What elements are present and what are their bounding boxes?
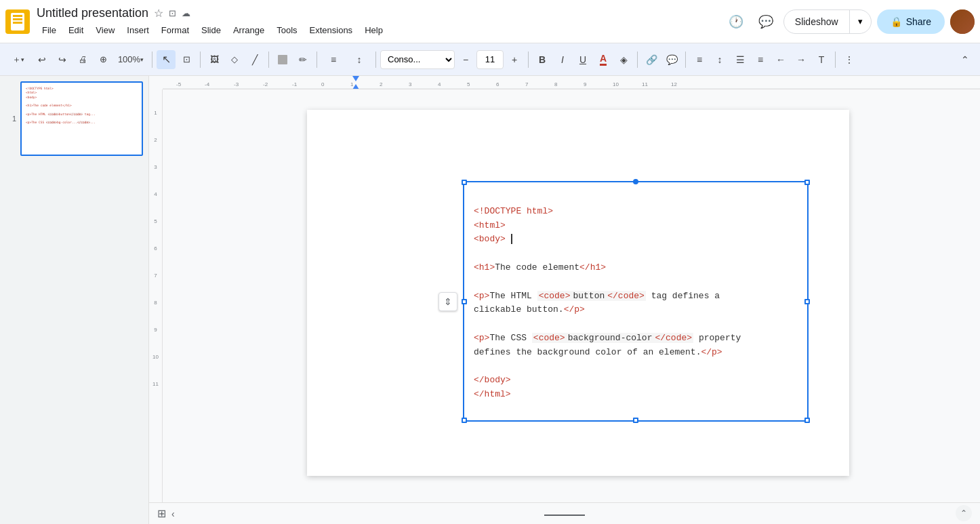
canvas-area: -5 -4 -3 -2 -1 0 1 2 3 4 5 6 7 8 9 10 11 (149, 76, 980, 524)
horizontal-ruler: -5 -4 -3 -2 -1 0 1 2 3 4 5 6 7 8 9 10 11 (163, 76, 980, 89)
line-p2-code-close: </code> (653, 333, 693, 343)
menu-format[interactable]: Format (156, 23, 195, 37)
line-spacing-button[interactable]: ↕ (347, 50, 371, 69)
menu-view[interactable]: View (90, 23, 120, 37)
numbered-list-button[interactable]: ≡ (751, 50, 770, 69)
select-cursor-button[interactable]: ↖ (157, 50, 176, 69)
insert-shape-button[interactable]: ◇ (225, 50, 244, 69)
line-p2-code-open: <code> (532, 333, 567, 343)
font-size-decrease-button[interactable]: − (456, 50, 475, 69)
expand-button[interactable]: ⌃ (956, 505, 972, 521)
separator-7 (637, 52, 638, 68)
decrease-indent-button[interactable]: ← (771, 50, 790, 69)
menu-insert[interactable]: Insert (121, 23, 155, 37)
line-h1-close: </h1> (579, 262, 606, 273)
redo-button[interactable]: ↪ (53, 50, 72, 69)
menu-file[interactable]: File (37, 23, 62, 37)
slide-canvas[interactable]: ⇕ <!DOCTYPE html> <html> <body> <h1>The … (307, 110, 849, 476)
menu-extensions[interactable]: Extensions (304, 23, 359, 37)
handle-bottom-left[interactable] (462, 418, 467, 423)
handle-top-left[interactable] (462, 180, 467, 185)
bullet-list-button[interactable]: ☰ (731, 50, 750, 69)
handle-middle-right[interactable] (804, 299, 810, 304)
text-box-content[interactable]: <!DOCTYPE html> <html> <body> <h1>The co… (464, 182, 807, 424)
handle-top-right[interactable] (804, 180, 810, 185)
toolbar: ＋▾ ↩ ↪ 🖨 ⊕ 100%▾ ↖ ⊡ 🖼 ◇ ╱ ✏ ≡ ↕ Conso..… (0, 43, 980, 76)
insert-image-button[interactable]: 🖼 (205, 50, 224, 69)
bold-button[interactable]: B (533, 50, 552, 69)
plus-icon: ＋ (12, 54, 21, 66)
separator-3 (268, 52, 269, 68)
separator-8 (685, 52, 686, 68)
avatar[interactable] (950, 9, 975, 34)
slide-progress-bar (544, 515, 585, 516)
thumb-content-1: <!DOCTYPE html> <html> <body> <h1>The co… (26, 87, 138, 125)
italic-button[interactable]: I (553, 50, 572, 69)
font-size-input[interactable]: 11 (476, 50, 504, 69)
clear-formatting-button[interactable]: T (812, 50, 831, 69)
collapse-toolbar-button[interactable]: ⌃ (956, 50, 975, 69)
underline-button[interactable]: U (573, 50, 592, 69)
grid-view-icon[interactable]: ⊞ (157, 507, 166, 520)
comment-button[interactable]: 💬 (662, 50, 681, 69)
menu-edit[interactable]: Edit (63, 23, 89, 37)
share-button[interactable]: 🔒 Share (877, 9, 945, 34)
more-options-button[interactable]: ⋮ (840, 50, 859, 69)
print-button[interactable]: 🖨 (73, 50, 92, 69)
undo-button[interactable]: ↩ (33, 50, 52, 69)
line-p1-text2: tag defines a (646, 291, 720, 301)
menu-slide[interactable]: Slide (196, 23, 226, 37)
title-bar: Untitled presentation ☆ ⊡ ☁ File Edit Vi… (0, 0, 980, 43)
line-html-open: <html> (474, 220, 506, 230)
separator-2 (200, 52, 201, 68)
line-h1-open: <h1> (474, 262, 495, 273)
text-align-left-button[interactable]: ≡ (690, 50, 709, 69)
canvas-wrapper[interactable]: ⇕ <!DOCTYPE html> <html> <body> <h1>The … (163, 89, 980, 502)
bottom-bar: ⊞ ‹ ⌃ (149, 502, 980, 524)
menu-tools[interactable]: Tools (271, 23, 302, 37)
insert-line-button[interactable]: ╱ (245, 50, 264, 69)
paint-format-button[interactable]: ⊕ (94, 50, 113, 69)
handle-top-center[interactable] (633, 179, 638, 184)
cloud-icon[interactable]: ☁ (182, 8, 190, 18)
para-spacing-button[interactable]: ↕ (710, 50, 729, 69)
handle-middle-left[interactable] (462, 299, 467, 304)
resize-icon[interactable]: ⇕ (438, 292, 457, 311)
font-family-select[interactable]: Conso... Arial Verdana (380, 50, 455, 69)
handle-bottom-center[interactable] (633, 418, 638, 423)
separator-9 (835, 52, 836, 68)
slideshow-main-button[interactable]: Slideshow (784, 10, 849, 33)
document-title[interactable]: Untitled presentation (37, 6, 148, 20)
text-color-button[interactable]: A (594, 50, 613, 69)
chevron-down-icon: ▾ (858, 16, 863, 26)
comments-button[interactable]: 💬 (754, 9, 778, 34)
fill-color-button[interactable] (273, 50, 292, 69)
increase-indent-button[interactable]: → (792, 50, 811, 69)
history-button[interactable]: 🕐 (724, 9, 748, 34)
add-button[interactable]: ＋▾ (5, 50, 31, 69)
link-button[interactable]: 🔗 (642, 50, 661, 69)
line-p2-open: <p> (474, 333, 489, 343)
slide-thumbnail-1[interactable]: <!DOCTYPE html> <html> <body> <h1>The co… (20, 81, 143, 156)
pen-button[interactable]: ✏ (293, 50, 312, 69)
vertical-ruler: 1 2 3 4 5 6 7 8 9 10 11 (149, 89, 163, 502)
app-logo (5, 9, 30, 34)
star-icon[interactable]: ☆ (154, 7, 163, 20)
text-align-button[interactable]: ≡ (321, 50, 346, 69)
panel-toggle-button[interactable]: ‹ (171, 508, 175, 519)
text-box-selected[interactable]: ⇕ <!DOCTYPE html> <html> <body> <h1>The … (463, 181, 809, 422)
line-body-close: </body> (474, 375, 511, 385)
handle-bottom-right[interactable] (804, 418, 810, 423)
menu-arrange[interactable]: Arrange (228, 23, 270, 37)
font-size-increase-button[interactable]: + (505, 50, 524, 69)
menu-help[interactable]: Help (359, 23, 388, 37)
zoom-button[interactable]: 100%▾ (114, 50, 148, 69)
line-p1-code-open: <code> (537, 291, 572, 301)
highlight-button[interactable]: ◈ (614, 50, 633, 69)
slide-panel: 1 <!DOCTYPE html> <html> <body> <h1>The … (0, 76, 149, 524)
separator-1 (152, 52, 152, 68)
line-p2-text3: defines the background color of an eleme… (474, 347, 701, 357)
slideshow-dropdown-button[interactable]: ▾ (849, 10, 871, 33)
drive-icon[interactable]: ⊡ (169, 8, 176, 18)
select-tool-button[interactable]: ⊡ (177, 50, 196, 69)
